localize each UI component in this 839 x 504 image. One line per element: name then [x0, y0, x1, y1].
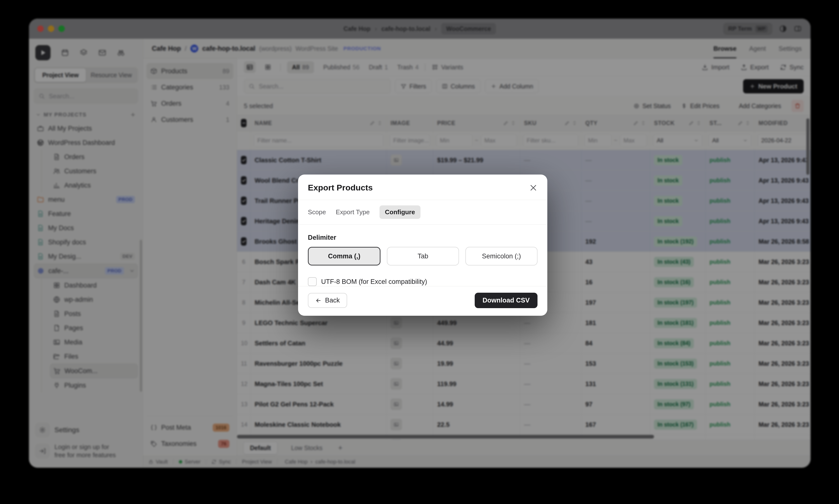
add-categories-button[interactable]: Add Categories	[730, 103, 781, 110]
cell-sku[interactable]: —	[520, 313, 581, 333]
column-header-modified[interactable]: MODIFIED	[755, 115, 810, 131]
table-row[interactable]: 10Settlers of Catan44.99—84In stock (84)…	[237, 333, 810, 354]
sidebar-search-input[interactable]	[48, 92, 133, 100]
segment-draft[interactable]: Draft1	[369, 64, 388, 71]
breadcrumb-site[interactable]: cafe-hop-to.local	[202, 45, 255, 52]
stack-icon[interactable]	[80, 49, 88, 57]
minimize-window-button[interactable]	[48, 25, 54, 32]
sidebar-item-wordpress-dashboard[interactable]: WordPress Dashboard	[34, 136, 138, 150]
row-checkbox-checked[interactable]	[241, 237, 247, 246]
cell-status[interactable]: publish	[705, 374, 755, 394]
product-thumbnail[interactable]	[390, 155, 402, 166]
collection-products[interactable]: Products89	[146, 63, 233, 79]
sidebar-item-my-desig-[interactable]: My Desig...DEV	[34, 249, 138, 264]
cell-stock[interactable]: In stock (43)	[650, 252, 705, 272]
sidebar-item-posts[interactable]: Posts	[50, 307, 138, 321]
cell-stock[interactable]: In stock (192)	[650, 231, 705, 252]
cell-status[interactable]: publish	[705, 272, 755, 292]
cell-price[interactable]: 449.99	[433, 313, 520, 333]
sidebar-item-wp-admin[interactable]: wp-admin	[50, 292, 138, 307]
row-checkbox-checked[interactable]	[241, 156, 247, 164]
toggle-panel-icon[interactable]	[794, 25, 802, 33]
close-icon[interactable]	[529, 184, 538, 192]
sidebar-tab-project-view[interactable]: Project View	[35, 68, 86, 82]
column-header-name[interactable]: NAME	[251, 115, 387, 131]
column-header-qty[interactable]: QTY	[581, 115, 650, 131]
sidebar-item-woocom-[interactable]: WooCom...	[50, 363, 138, 378]
table-row[interactable]: Classic Cotton T-Shirt$19.99 – $21.99——I…	[237, 150, 810, 170]
modified-filter-date[interactable]: 2026-04-22	[757, 134, 810, 147]
cell-qty[interactable]: 197	[581, 292, 650, 312]
export-button[interactable]: Export	[741, 64, 769, 71]
cell-status[interactable]: publish	[705, 231, 755, 252]
add-view-tab-button[interactable]: +	[336, 443, 345, 453]
collection-customers[interactable]: Customers1	[146, 111, 233, 128]
cell-price[interactable]: 22.5	[433, 415, 520, 435]
cell-stock[interactable]: In stock (52)	[650, 435, 705, 440]
product-thumbnail[interactable]	[390, 358, 402, 369]
theme-contrast-icon[interactable]	[779, 25, 787, 33]
zoom-window-button[interactable]	[58, 25, 65, 32]
cell-stock[interactable]: In stock (153)	[650, 354, 705, 374]
sidebar-item-media[interactable]: Media	[50, 335, 138, 349]
sidebar-item-analytics[interactable]: Analytics	[50, 178, 138, 193]
modal-tab-configure[interactable]: Configure	[380, 205, 420, 219]
modal-tab-scope[interactable]: Scope	[308, 209, 326, 216]
row-checkbox-checked[interactable]	[241, 197, 247, 205]
grid-view-button[interactable]	[262, 61, 274, 73]
sidebar-item-pages[interactable]: Pages	[50, 321, 138, 335]
import-button[interactable]: Import	[702, 64, 729, 71]
account-pill[interactable]: RP Term WP	[723, 23, 772, 35]
sidebar-search[interactable]	[34, 89, 138, 104]
cell-price[interactable]: 119.99	[433, 374, 520, 394]
product-thumbnail[interactable]	[390, 378, 402, 390]
cell-stock[interactable]: In stock (197)	[650, 292, 705, 312]
qty-max-input[interactable]: Max	[620, 134, 647, 147]
my-projects-section-header[interactable]: MY PROJECTS	[34, 110, 138, 121]
cell-stock[interactable]: In stock (181)	[650, 313, 705, 333]
cell-name[interactable]: LEGO Technic Supercar	[251, 313, 387, 333]
table-row[interactable]: 12Magna-Tiles 100pc Set119.99—131In stoc…	[237, 374, 810, 394]
view-tab-default[interactable]: Default	[243, 442, 278, 454]
add-column-button[interactable]: Add Column	[485, 79, 539, 93]
cell-status[interactable]: publish	[705, 313, 755, 333]
sidebar-item-cafe-[interactable]: cafe-...PROD	[34, 264, 138, 278]
sidebar-item-plugins[interactable]: Plugins	[50, 378, 138, 393]
table-row[interactable]: 13Pilot G2 Gel Pens 12-Pack14.99—97In st…	[237, 394, 810, 415]
stock-filter-select[interactable]: All	[653, 134, 702, 147]
collection-post-meta[interactable]: Post Meta1016	[146, 419, 233, 436]
app-logo[interactable]	[35, 45, 51, 60]
columns-button[interactable]: Columns	[436, 79, 480, 93]
cell-stock[interactable]: In stock (167)	[650, 415, 705, 435]
cell-stock[interactable]: In stock (131)	[650, 374, 705, 394]
cell-sku[interactable]: —	[520, 150, 581, 170]
cell-name[interactable]: Magna-Tiles 100pc Set	[251, 374, 387, 394]
cell-status[interactable]: publish	[705, 394, 755, 414]
cell-status[interactable]: publish	[705, 191, 755, 211]
sku-filter-input[interactable]: Filter sku...	[523, 134, 578, 147]
statusbar-server[interactable]: Server	[179, 458, 201, 465]
cell-status[interactable]: publish	[705, 150, 755, 170]
modal-tab-export-type[interactable]: Export Type	[336, 209, 370, 216]
collection-taxonomies[interactable]: Taxonomies76	[146, 436, 233, 452]
nav-browse[interactable]: Browse	[713, 39, 736, 58]
sidebar-item-my-docs[interactable]: My Docs	[34, 221, 138, 235]
sync-button[interactable]: Sync	[780, 64, 804, 71]
statusbar-vault[interactable]: Vault	[148, 458, 168, 465]
cell-stock[interactable]: In stock	[650, 150, 705, 170]
row-checkbox-checked[interactable]	[241, 217, 247, 225]
cell-sku[interactable]: —	[520, 415, 581, 435]
back-button[interactable]: Back	[308, 293, 347, 308]
column-header-image[interactable]: IMAGE	[387, 115, 433, 131]
delete-selected-button[interactable]	[791, 100, 804, 112]
cell-qty[interactable]: 16	[581, 272, 650, 292]
cell-sku[interactable]: —	[520, 374, 581, 394]
product-thumbnail[interactable]	[390, 317, 402, 328]
cell-stock[interactable]: In stock (97)	[650, 394, 705, 414]
sidebar-item-files[interactable]: Files	[50, 349, 138, 363]
status-filter-select[interactable]: All	[709, 134, 751, 147]
nav-agent[interactable]: Agent	[749, 39, 766, 58]
calendar-icon[interactable]	[61, 49, 69, 57]
cell-qty[interactable]: 153	[581, 354, 650, 374]
cell-qty[interactable]: 192	[581, 231, 650, 252]
